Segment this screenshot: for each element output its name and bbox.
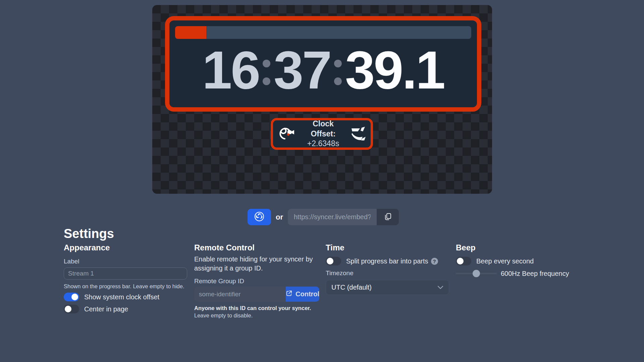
time-section: Time Split progress bar into parts ? Tim… [326, 243, 449, 295]
control-button[interactable]: Control [286, 287, 319, 302]
clock-minutes: 37 [274, 43, 331, 100]
remote-help-text: Anyone with this ID can control your syn… [194, 304, 319, 319]
remote-group-id-label: Remote Group ID [194, 277, 319, 285]
obs-logo-icon [254, 211, 265, 223]
remote-group-row: Control [194, 287, 319, 302]
center-in-page-toggle-row: Center in page [64, 305, 187, 313]
beep-toggle-row: Beep every second [456, 257, 583, 265]
clock-colon [263, 58, 270, 85]
help-icon[interactable]: ? [431, 258, 438, 265]
remote-help-bold: Anyone with this ID can control your syn… [194, 305, 311, 311]
virtual-camera-icon [278, 126, 295, 142]
slider-thumb[interactable] [473, 270, 480, 277]
label-input[interactable] [64, 267, 187, 280]
timezone-label: Timezone [326, 269, 449, 277]
progress-fill [175, 26, 206, 39]
center-in-page-toggle[interactable] [64, 305, 79, 313]
split-progress-toggle-row: Split progress bar into parts ? [326, 257, 449, 265]
copy-url-button[interactable] [377, 209, 399, 225]
remote-help-rest: Leave empty to disable. [194, 312, 253, 318]
beep-section: Beep Beep every second 600Hz Beep freque… [456, 243, 583, 278]
toggle-label: Show system clock offset [84, 293, 159, 301]
toggle-label: Beep every second [476, 257, 534, 265]
embed-url-input[interactable] [288, 209, 377, 225]
remote-group-id-input[interactable] [194, 287, 286, 302]
copy-icon [383, 212, 392, 222]
beep-frequency-label: 600Hz Beep frequency [501, 270, 569, 278]
obs-button[interactable] [248, 209, 271, 225]
label-help-text: Shown on the progress bar. Leave empty t… [64, 283, 187, 290]
timezone-selected-value: UTC (default) [331, 284, 372, 291]
remote-description: Enable remote hiding for your syncer by … [194, 255, 319, 273]
chevron-down-icon [437, 284, 443, 291]
remote-control-section: Remote Control Enable remote hiding for … [194, 243, 319, 319]
clock-offset-value: +2.6348s [301, 139, 346, 149]
show-system-clock-offset-toggle[interactable] [64, 293, 79, 301]
clock-widget: 16 37 39.1 [165, 16, 481, 112]
clock-offset-text: Clock Offset: +2.6348s [301, 119, 346, 149]
label-field-label: Label [64, 257, 187, 265]
syncer-logo-icon [351, 126, 366, 142]
toggle-label: Split progress bar into parts [346, 257, 428, 265]
clock-offset-badge: Clock Offset: +2.6348s [271, 118, 373, 150]
beep-frequency-slider[interactable] [456, 269, 497, 278]
beep-heading: Beep [456, 243, 583, 253]
beep-every-second-toggle[interactable] [456, 257, 471, 265]
clock-digits: 16 37 39.1 [175, 39, 471, 104]
control-button-label: Control [296, 290, 319, 298]
beep-frequency-row: 600Hz Beep frequency [456, 269, 583, 278]
or-label: or [276, 213, 283, 222]
clock-progress-bar [175, 26, 471, 39]
clock-colon [334, 58, 342, 85]
remote-control-heading: Remote Control [194, 243, 319, 253]
appearance-section: Appearance Label Shown on the progress b… [64, 243, 187, 313]
external-link-icon [286, 290, 292, 298]
time-heading: Time [326, 243, 449, 253]
clock-hours: 16 [202, 43, 259, 100]
timezone-select[interactable]: UTC (default) [326, 280, 449, 295]
settings-title: Settings [64, 227, 114, 241]
embed-row: or [248, 209, 399, 225]
clock-seconds: 39.1 [345, 43, 444, 100]
toggle-label: Center in page [84, 305, 128, 313]
split-progress-bar-toggle[interactable] [326, 257, 341, 265]
clock-offset-label: Clock Offset: [301, 119, 346, 139]
appearance-heading: Appearance [64, 243, 187, 253]
show-offset-toggle-row: Show system clock offset [64, 293, 187, 301]
